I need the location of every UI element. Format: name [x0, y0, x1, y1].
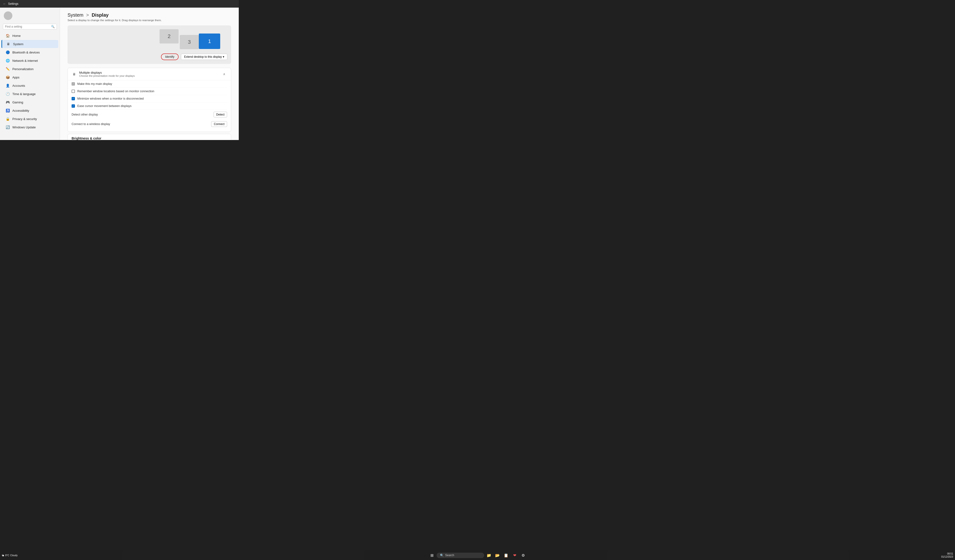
- sidebar-item-label: Accessibility: [13, 109, 29, 113]
- sidebar-item-personalization[interactable]: ✏️ Personalization: [2, 65, 58, 73]
- collapse-button[interactable]: ∧: [221, 71, 227, 77]
- sidebar-item-windows-update[interactable]: 🔄 Windows Update: [2, 123, 58, 131]
- breadcrumb-current: Display: [92, 13, 109, 17]
- sidebar-item-apps[interactable]: 📦 Apps: [2, 73, 58, 81]
- display-actions: Identify Extend desktop to this display …: [71, 53, 227, 60]
- time-icon: 🕐: [5, 92, 10, 96]
- connect-wireless-row: Connect to a wireless display Connect: [72, 119, 227, 129]
- search-icon: 🔍: [51, 25, 55, 28]
- sidebar-item-label: Time & language: [13, 92, 36, 96]
- search-input[interactable]: [5, 25, 51, 28]
- remember-windows-checkbox[interactable]: [72, 90, 75, 93]
- sidebar-nav: 🏠 Home 🖥 System 🔵 Bluetooth & devices 🌐 …: [0, 31, 60, 131]
- breadcrumb-separator: >: [86, 13, 90, 17]
- sidebar-item-label: Network & internet: [13, 59, 38, 63]
- gaming-icon: 🎮: [5, 100, 10, 105]
- setting-row: Remember window locations based on monit…: [72, 88, 227, 95]
- multiple-displays-section: 🖥 Multiple displays Choose the presentat…: [67, 68, 231, 132]
- accessibility-icon: ♿: [5, 108, 10, 113]
- page-subtitle: Select a display to change the settings …: [67, 19, 231, 22]
- display-preview-card: 2 3 1 Identify Extend desktop to this di…: [67, 25, 231, 64]
- sidebar-item-label: Privacy & security: [13, 117, 37, 121]
- sidebar: 🔍 🏠 Home 🖥 System 🔵 Bluetooth & devices …: [0, 8, 60, 140]
- setting-row: ✓ Make this my main display: [72, 80, 227, 88]
- multiple-displays-body: ✓ Make this my main display Remember win…: [68, 80, 231, 132]
- home-icon: 🏠: [5, 33, 10, 38]
- connect-button[interactable]: Connect: [211, 121, 227, 127]
- monitor-3[interactable]: 3: [180, 35, 199, 49]
- sidebar-item-accounts[interactable]: 👤 Accounts: [2, 81, 58, 90]
- detect-display-label: Detect other display: [72, 113, 213, 116]
- windows-update-icon: 🔄: [5, 125, 10, 130]
- minimize-windows-label: Minimize windows when a monitor is disco…: [77, 97, 227, 100]
- sidebar-item-time[interactable]: 🕐 Time & language: [2, 90, 58, 98]
- sidebar-item-privacy[interactable]: 🔒 Privacy & security: [2, 115, 58, 123]
- brightness-color-section: Brightness & color ☀ Brightness Adjust t…: [67, 134, 231, 140]
- sidebar-item-label: Windows Update: [13, 125, 36, 129]
- system-icon: 🖥: [6, 42, 11, 46]
- multiple-displays-header[interactable]: 🖥 Multiple displays Choose the presentat…: [68, 68, 231, 80]
- remember-windows-label: Remember window locations based on monit…: [77, 90, 227, 93]
- brightness-color-title: Brightness & color: [68, 134, 231, 140]
- monitor-2-label: 2: [168, 33, 171, 39]
- app-container: 🔍 🏠 Home 🖥 System 🔵 Bluetooth & devices …: [0, 8, 239, 140]
- accounts-icon: 👤: [5, 83, 10, 88]
- monitor-2[interactable]: 2: [160, 29, 178, 44]
- app-title: Settings: [8, 2, 18, 5]
- multiple-displays-title: Multiple displays: [79, 71, 135, 74]
- sidebar-item-label: Bluetooth & devices: [13, 51, 40, 54]
- bluetooth-icon: 🔵: [5, 50, 10, 55]
- extend-desktop-button[interactable]: Extend desktop to this display ▾: [181, 54, 227, 60]
- breadcrumb: System > Display: [67, 13, 231, 18]
- setting-row: ✓ Minimize windows when a monitor is dis…: [72, 95, 227, 102]
- sidebar-item-label: Accounts: [13, 84, 25, 88]
- ease-cursor-checkbox[interactable]: ✓: [72, 104, 75, 108]
- sidebar-item-label: Apps: [13, 75, 19, 79]
- sidebar-item-label: System: [13, 42, 23, 46]
- main-display-label: Make this my main display: [77, 82, 227, 86]
- main-content: System > Display Select a display to cha…: [60, 8, 239, 140]
- sidebar-item-label: Gaming: [13, 100, 23, 104]
- connect-wireless-label: Connect to a wireless display: [72, 122, 211, 126]
- sidebar-item-home[interactable]: 🏠 Home: [2, 31, 58, 40]
- detect-button[interactable]: Detect: [213, 112, 227, 117]
- multiple-displays-icon: 🖥: [72, 72, 77, 77]
- breadcrumb-parent: System: [67, 13, 83, 17]
- network-icon: 🌐: [5, 58, 10, 63]
- identify-button[interactable]: Identify: [161, 53, 179, 60]
- user-profile: [0, 9, 60, 23]
- sidebar-item-system[interactable]: 🖥 System: [2, 40, 58, 48]
- extend-label: Extend desktop to this display: [184, 55, 222, 58]
- avatar: [4, 11, 13, 20]
- monitor-3-label: 3: [188, 39, 191, 45]
- extend-chevron-icon: ▾: [223, 55, 224, 58]
- monitor-1-label: 1: [208, 38, 211, 44]
- sidebar-item-network[interactable]: 🌐 Network & internet: [2, 56, 58, 65]
- titlebar: ← Settings: [0, 0, 239, 8]
- main-display-checkbox[interactable]: ✓: [72, 82, 75, 86]
- detect-display-row: Detect other display Detect: [72, 110, 227, 119]
- sidebar-item-accessibility[interactable]: ♿ Accessibility: [2, 106, 58, 114]
- ease-cursor-label: Ease cursor movement between displays: [77, 104, 227, 108]
- monitor-1[interactable]: 1: [199, 33, 220, 49]
- sidebar-item-label: Home: [13, 34, 21, 38]
- apps-icon: 📦: [5, 75, 10, 80]
- setting-row: ✓ Ease cursor movement between displays: [72, 102, 227, 110]
- minimize-windows-checkbox[interactable]: ✓: [72, 97, 75, 100]
- display-monitors: 2 3 1: [71, 29, 227, 51]
- privacy-icon: 🔒: [5, 116, 10, 121]
- search-box[interactable]: 🔍: [3, 24, 57, 30]
- multiple-displays-subtitle: Choose the presentation mode for your di…: [79, 74, 135, 77]
- sidebar-item-bluetooth[interactable]: 🔵 Bluetooth & devices: [2, 48, 58, 56]
- sidebar-item-label: Personalization: [13, 67, 33, 71]
- back-button[interactable]: ←: [3, 2, 6, 6]
- sidebar-item-gaming[interactable]: 🎮 Gaming: [2, 98, 58, 106]
- personalization-icon: ✏️: [5, 67, 10, 71]
